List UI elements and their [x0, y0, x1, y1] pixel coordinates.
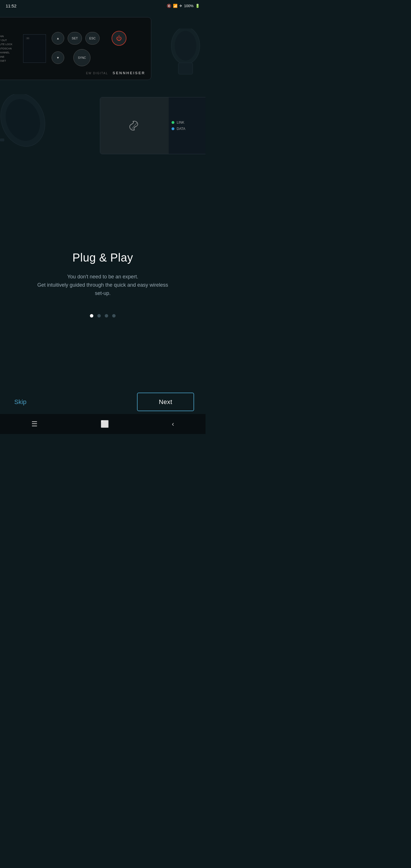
next-button[interactable]: Next — [137, 393, 194, 411]
dot-3 — [105, 314, 108, 317]
info-line-mutelock: MUTE LOCK — [0, 42, 20, 46]
power-icon: ⏻ — [116, 35, 122, 42]
svg-rect-1 — [179, 63, 193, 74]
hero-area: GAIN AF OUT MUTE LOCK AUTOSCAN CHANNEL T… — [0, 11, 205, 228]
svg-point-2 — [175, 31, 196, 61]
led-dot-green — [171, 121, 175, 124]
sync-button[interactable]: SYNC — [73, 49, 91, 66]
info-line-afout: AF OUT — [0, 38, 20, 42]
led-link: LINK — [171, 121, 184, 124]
battery-icon: 🔋 — [195, 4, 200, 8]
set-button[interactable]: SET — [68, 32, 82, 44]
esc-button[interactable]: ESC — [85, 32, 100, 44]
status-bar: 11:52 🔇 📶 ✈ 100% 🔋 — [0, 0, 205, 11]
led-data: DATA — [171, 127, 185, 131]
description: You don't need to be an expert. Get intu… — [34, 273, 171, 297]
sync-label: SYNC — [78, 56, 86, 59]
panel-screen-time: :30 — [26, 37, 29, 40]
info-line-tune: TUNE — [0, 55, 20, 59]
data-label: DATA — [177, 127, 185, 131]
info-line-reset: RESET — [0, 59, 20, 63]
main-title: Plug & Play — [8, 251, 197, 264]
top-btn-row: ▲ SET ESC ⏻ — [52, 31, 126, 46]
bottom-btn-row: ▼ SYNC — [52, 49, 126, 66]
svg-rect-5 — [0, 138, 4, 141]
control-buttons: ▲ SET ESC ⏻ ▼ SYNC — [52, 31, 126, 66]
battery-text: 100% — [184, 4, 193, 8]
power-button[interactable]: ⏻ — [112, 31, 126, 46]
status-icons: 🔇 📶 ✈ 100% 🔋 — [167, 4, 200, 8]
dot-4 — [112, 314, 116, 317]
device-row: LINK DATA — [0, 91, 205, 160]
receiver-screen — [100, 97, 169, 154]
home-icon[interactable]: ⬜ — [100, 420, 109, 428]
skip-button[interactable]: Skip — [11, 396, 29, 409]
up-button[interactable]: ▲ — [52, 32, 64, 44]
status-time: 11:52 — [6, 3, 17, 8]
small-receiver: LINK DATA — [100, 97, 205, 154]
receiver-side: LINK DATA — [169, 97, 205, 154]
sennheiser-brand: SENNHEISER — [113, 71, 145, 75]
dots-indicator — [0, 314, 205, 317]
link-label: LINK — [177, 121, 184, 124]
content-area: Plug & Play You don't need to be an expe… — [0, 240, 205, 303]
brand-label: EW DIGITAL SENNHEISER — [86, 71, 145, 75]
menu-icon[interactable]: ☰ — [31, 420, 38, 428]
mic-silhouette-left — [0, 94, 77, 151]
dot-1 — [90, 314, 93, 317]
nav-bar: ☰ ⬜ ‹ — [0, 414, 205, 434]
info-line-autoscan: AUTOSCAN — [0, 46, 20, 51]
dot-2 — [97, 314, 101, 317]
down-button[interactable]: ▼ — [52, 52, 64, 64]
mute-icon: 🔇 — [167, 4, 171, 8]
back-icon[interactable]: ‹ — [172, 420, 174, 428]
wifi-icon: 📶 — [173, 4, 178, 8]
receiver-panel: GAIN AF OUT MUTE LOCK AUTOSCAN CHANNEL T… — [0, 17, 151, 80]
info-line-channel: CHANNEL — [0, 51, 20, 55]
bottom-nav: Skip Next — [0, 393, 205, 411]
mic-silhouette-top — [163, 29, 205, 80]
airplane-icon: ✈ — [179, 4, 182, 8]
led-dot-blue — [171, 127, 175, 130]
panel-info: GAIN AF OUT MUTE LOCK AUTOSCAN CHANNEL T… — [0, 34, 20, 63]
info-line-gain: GAIN — [0, 34, 20, 38]
